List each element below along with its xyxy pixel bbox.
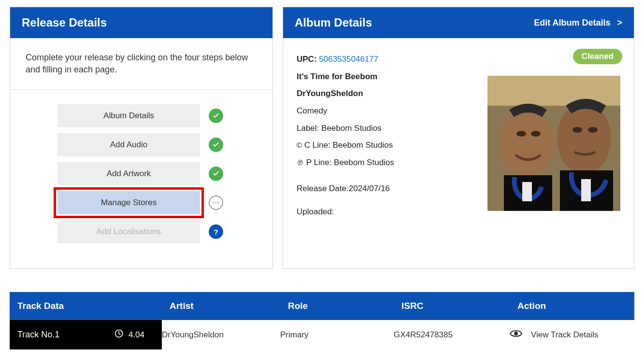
step-manage-stores[interactable]: Manage Stores	[57, 191, 200, 214]
album-release-date: Release Date:2024/07/16	[297, 183, 476, 195]
album-uploaded: Uploaded:	[297, 206, 476, 218]
col-header-artist: Artist	[170, 301, 288, 311]
step-row-add-audio: Add Audio	[29, 133, 253, 156]
upc-value[interactable]: 5063535046177	[319, 55, 378, 64]
check-icon	[209, 109, 223, 123]
svg-point-5	[500, 110, 554, 177]
album-meta: UPC: 5063535046177 It's Time for Beebom …	[297, 51, 476, 217]
phonogram-icon: ℗	[297, 158, 304, 167]
track-role: Primary	[280, 321, 394, 348]
step-add-artwork[interactable]: Add Artwork	[57, 162, 200, 185]
album-panel-header: Album Details Edit Album Details >	[283, 7, 634, 38]
step-row-add-localisations: Add Localisations ?	[29, 220, 253, 243]
step-row-manage-stores: Manage Stores	[29, 191, 253, 214]
view-track-details-label: View Track Details	[531, 330, 599, 340]
release-panel-header: Release Details	[10, 7, 272, 38]
upc-line: UPC: 5063535046177	[297, 51, 476, 68]
release-description: Complete your release by clicking on the…	[10, 38, 272, 90]
track-number: Track No.1	[17, 330, 103, 340]
release-panel-title: Release Details	[22, 16, 107, 29]
step-row-album-details: Album Details	[29, 104, 253, 127]
svg-point-2	[217, 202, 219, 204]
track-table: Track Data Artist Role ISRC Action Track…	[10, 292, 634, 349]
pending-icon	[209, 195, 223, 210]
album-cover-wrap: Cleaned	[487, 51, 620, 217]
svg-rect-4	[487, 76, 620, 106]
album-artwork	[487, 76, 620, 211]
col-header-track: Track Data	[17, 301, 170, 311]
chevron-right-icon: >	[617, 18, 622, 28]
release-steps-list: Album Details Add Audio Add Artwork	[10, 90, 272, 268]
clock-icon	[114, 329, 124, 341]
svg-point-0	[213, 202, 215, 204]
album-body: UPC: 5063535046177 It's Time for Beebom …	[283, 38, 634, 230]
eye-icon	[510, 329, 522, 340]
album-title-value: It's Time for Beebom	[297, 68, 476, 85]
step-add-localisations: Add Localisations	[57, 220, 200, 243]
copyright-icon: ©	[297, 141, 302, 149]
album-genre: Comedy	[297, 102, 476, 120]
edit-album-details-link[interactable]: Edit Album Details >	[534, 18, 622, 28]
view-track-details-button[interactable]: View Track Details	[510, 329, 634, 340]
table-row: Track No.1 4.04 DrYoungSheldon Primary G…	[10, 320, 634, 349]
album-details-panel: Album Details Edit Album Details > UPC: …	[283, 7, 634, 269]
step-album-details[interactable]: Album Details	[57, 104, 200, 127]
check-icon	[209, 167, 223, 181]
album-panel-title: Album Details	[295, 16, 372, 29]
check-icon	[209, 138, 223, 152]
svg-rect-10	[581, 179, 591, 201]
col-header-role: Role	[288, 301, 401, 311]
step-row-add-artwork: Add Artwork	[29, 162, 253, 185]
svg-point-6	[557, 103, 611, 174]
track-duration: 4.04	[129, 330, 144, 340]
svg-point-1	[215, 202, 217, 204]
help-icon[interactable]: ?	[209, 224, 223, 239]
svg-point-13	[572, 127, 582, 133]
album-artist-value: DrYoungSheldon	[297, 85, 476, 102]
release-details-panel: Release Details Complete your release by…	[10, 7, 273, 269]
album-p-line: ℗ P Line: Beebom Studios	[297, 154, 476, 171]
track-duration-wrap: 4.04	[114, 329, 154, 341]
step-add-audio[interactable]: Add Audio	[57, 133, 200, 156]
track-table-header: Track Data Artist Role ISRC Action	[10, 292, 634, 320]
svg-point-16	[514, 332, 518, 336]
svg-point-12	[531, 131, 541, 137]
album-c-line: © C Line: Beebom Studios	[297, 137, 476, 154]
track-isrc: GX4R52478385	[394, 321, 510, 348]
track-data-cell: Track No.1 4.04	[10, 320, 162, 349]
album-label-line: Label: Beebom Studios	[297, 120, 476, 137]
svg-point-14	[588, 127, 598, 133]
upc-label: UPC:	[297, 55, 317, 64]
col-header-isrc: ISRC	[401, 301, 517, 311]
edit-album-label: Edit Album Details	[534, 18, 610, 28]
col-header-action: Action	[517, 301, 627, 311]
svg-point-11	[516, 131, 526, 137]
status-badge-cleaned: Cleaned	[573, 49, 622, 64]
svg-rect-9	[522, 182, 532, 201]
track-artist: DrYoungSheldon	[162, 321, 280, 348]
track-action-cell: View Track Details	[510, 320, 634, 349]
